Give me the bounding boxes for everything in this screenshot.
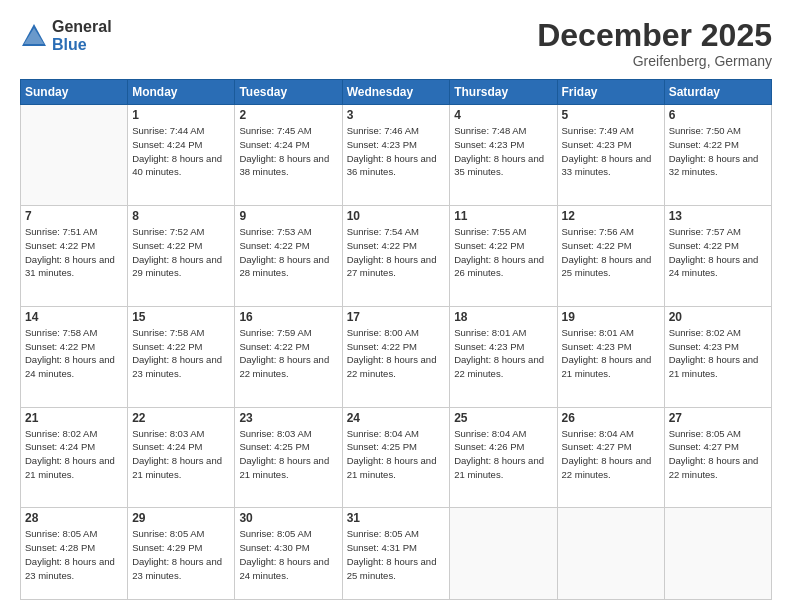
day-info: Sunrise: 7:51 AM Sunset: 4:22 PM Dayligh… [25,225,123,280]
month-title: December 2025 [537,18,772,53]
day-number: 24 [347,411,446,425]
day-cell-w4-d3: 23Sunrise: 8:03 AM Sunset: 4:25 PM Dayli… [235,407,342,508]
header-friday: Friday [557,80,664,105]
day-number: 20 [669,310,767,324]
day-number: 25 [454,411,552,425]
day-number: 31 [347,511,446,525]
day-info: Sunrise: 7:52 AM Sunset: 4:22 PM Dayligh… [132,225,230,280]
day-number: 30 [239,511,337,525]
header-thursday: Thursday [450,80,557,105]
week-row-3: 14Sunrise: 7:58 AM Sunset: 4:22 PM Dayli… [21,306,772,407]
day-cell-w5-d2: 29Sunrise: 8:05 AM Sunset: 4:29 PM Dayli… [128,508,235,600]
day-number: 4 [454,108,552,122]
logo: General Blue [20,18,112,53]
day-info: Sunrise: 7:54 AM Sunset: 4:22 PM Dayligh… [347,225,446,280]
day-number: 3 [347,108,446,122]
day-number: 1 [132,108,230,122]
week-row-4: 21Sunrise: 8:02 AM Sunset: 4:24 PM Dayli… [21,407,772,508]
day-cell-w1-d5: 4Sunrise: 7:48 AM Sunset: 4:23 PM Daylig… [450,105,557,206]
logo-text: General Blue [52,18,112,53]
day-info: Sunrise: 7:49 AM Sunset: 4:23 PM Dayligh… [562,124,660,179]
day-info: Sunrise: 7:48 AM Sunset: 4:23 PM Dayligh… [454,124,552,179]
day-info: Sunrise: 8:05 AM Sunset: 4:28 PM Dayligh… [25,527,123,582]
day-cell-w3-d5: 18Sunrise: 8:01 AM Sunset: 4:23 PM Dayli… [450,306,557,407]
day-info: Sunrise: 7:56 AM Sunset: 4:22 PM Dayligh… [562,225,660,280]
logo-icon [20,22,48,50]
day-info: Sunrise: 7:58 AM Sunset: 4:22 PM Dayligh… [25,326,123,381]
logo-blue-text: Blue [52,36,112,54]
weekday-header-row: Sunday Monday Tuesday Wednesday Thursday… [21,80,772,105]
day-number: 13 [669,209,767,223]
day-number: 23 [239,411,337,425]
day-info: Sunrise: 7:50 AM Sunset: 4:22 PM Dayligh… [669,124,767,179]
day-info: Sunrise: 7:46 AM Sunset: 4:23 PM Dayligh… [347,124,446,179]
week-row-2: 7Sunrise: 7:51 AM Sunset: 4:22 PM Daylig… [21,205,772,306]
day-cell-w4-d7: 27Sunrise: 8:05 AM Sunset: 4:27 PM Dayli… [664,407,771,508]
day-cell-w4-d1: 21Sunrise: 8:02 AM Sunset: 4:24 PM Dayli… [21,407,128,508]
day-info: Sunrise: 7:44 AM Sunset: 4:24 PM Dayligh… [132,124,230,179]
day-cell-w4-d2: 22Sunrise: 8:03 AM Sunset: 4:24 PM Dayli… [128,407,235,508]
day-info: Sunrise: 7:45 AM Sunset: 4:24 PM Dayligh… [239,124,337,179]
day-number: 2 [239,108,337,122]
day-cell-w3-d3: 16Sunrise: 7:59 AM Sunset: 4:22 PM Dayli… [235,306,342,407]
day-cell-w1-d2: 1Sunrise: 7:44 AM Sunset: 4:24 PM Daylig… [128,105,235,206]
day-cell-w5-d6 [557,508,664,600]
day-cell-w3-d1: 14Sunrise: 7:58 AM Sunset: 4:22 PM Dayli… [21,306,128,407]
day-cell-w3-d6: 19Sunrise: 8:01 AM Sunset: 4:23 PM Dayli… [557,306,664,407]
day-number: 8 [132,209,230,223]
day-number: 5 [562,108,660,122]
week-row-5: 28Sunrise: 8:05 AM Sunset: 4:28 PM Dayli… [21,508,772,600]
day-number: 21 [25,411,123,425]
day-number: 16 [239,310,337,324]
week-row-1: 1Sunrise: 7:44 AM Sunset: 4:24 PM Daylig… [21,105,772,206]
day-info: Sunrise: 8:04 AM Sunset: 4:26 PM Dayligh… [454,427,552,482]
day-info: Sunrise: 8:05 AM Sunset: 4:30 PM Dayligh… [239,527,337,582]
day-number: 6 [669,108,767,122]
day-number: 27 [669,411,767,425]
header: General Blue December 2025 Greifenberg, … [20,18,772,69]
day-info: Sunrise: 8:03 AM Sunset: 4:25 PM Dayligh… [239,427,337,482]
day-cell-w3-d4: 17Sunrise: 8:00 AM Sunset: 4:22 PM Dayli… [342,306,450,407]
header-saturday: Saturday [664,80,771,105]
day-cell-w2-d4: 10Sunrise: 7:54 AM Sunset: 4:22 PM Dayli… [342,205,450,306]
location: Greifenberg, Germany [537,53,772,69]
day-cell-w5-d3: 30Sunrise: 8:05 AM Sunset: 4:30 PM Dayli… [235,508,342,600]
day-number: 11 [454,209,552,223]
day-info: Sunrise: 8:05 AM Sunset: 4:29 PM Dayligh… [132,527,230,582]
day-cell-w5-d7 [664,508,771,600]
day-info: Sunrise: 7:59 AM Sunset: 4:22 PM Dayligh… [239,326,337,381]
day-number: 22 [132,411,230,425]
day-cell-w3-d7: 20Sunrise: 8:02 AM Sunset: 4:23 PM Dayli… [664,306,771,407]
day-number: 9 [239,209,337,223]
day-number: 17 [347,310,446,324]
day-cell-w2-d7: 13Sunrise: 7:57 AM Sunset: 4:22 PM Dayli… [664,205,771,306]
day-number: 15 [132,310,230,324]
day-cell-w1-d7: 6Sunrise: 7:50 AM Sunset: 4:22 PM Daylig… [664,105,771,206]
day-info: Sunrise: 8:01 AM Sunset: 4:23 PM Dayligh… [454,326,552,381]
day-number: 10 [347,209,446,223]
day-info: Sunrise: 8:04 AM Sunset: 4:25 PM Dayligh… [347,427,446,482]
header-sunday: Sunday [21,80,128,105]
day-info: Sunrise: 8:03 AM Sunset: 4:24 PM Dayligh… [132,427,230,482]
day-cell-w1-d3: 2Sunrise: 7:45 AM Sunset: 4:24 PM Daylig… [235,105,342,206]
day-cell-w3-d2: 15Sunrise: 7:58 AM Sunset: 4:22 PM Dayli… [128,306,235,407]
day-number: 29 [132,511,230,525]
day-cell-w2-d3: 9Sunrise: 7:53 AM Sunset: 4:22 PM Daylig… [235,205,342,306]
day-info: Sunrise: 8:02 AM Sunset: 4:23 PM Dayligh… [669,326,767,381]
header-wednesday: Wednesday [342,80,450,105]
day-info: Sunrise: 7:53 AM Sunset: 4:22 PM Dayligh… [239,225,337,280]
day-number: 18 [454,310,552,324]
header-tuesday: Tuesday [235,80,342,105]
day-info: Sunrise: 8:01 AM Sunset: 4:23 PM Dayligh… [562,326,660,381]
day-info: Sunrise: 7:57 AM Sunset: 4:22 PM Dayligh… [669,225,767,280]
svg-marker-1 [24,28,44,44]
day-info: Sunrise: 8:04 AM Sunset: 4:27 PM Dayligh… [562,427,660,482]
day-number: 7 [25,209,123,223]
day-number: 12 [562,209,660,223]
day-cell-w5-d4: 31Sunrise: 8:05 AM Sunset: 4:31 PM Dayli… [342,508,450,600]
day-info: Sunrise: 8:00 AM Sunset: 4:22 PM Dayligh… [347,326,446,381]
day-cell-w2-d5: 11Sunrise: 7:55 AM Sunset: 4:22 PM Dayli… [450,205,557,306]
day-cell-w4-d6: 26Sunrise: 8:04 AM Sunset: 4:27 PM Dayli… [557,407,664,508]
day-info: Sunrise: 8:05 AM Sunset: 4:27 PM Dayligh… [669,427,767,482]
day-info: Sunrise: 8:05 AM Sunset: 4:31 PM Dayligh… [347,527,446,582]
